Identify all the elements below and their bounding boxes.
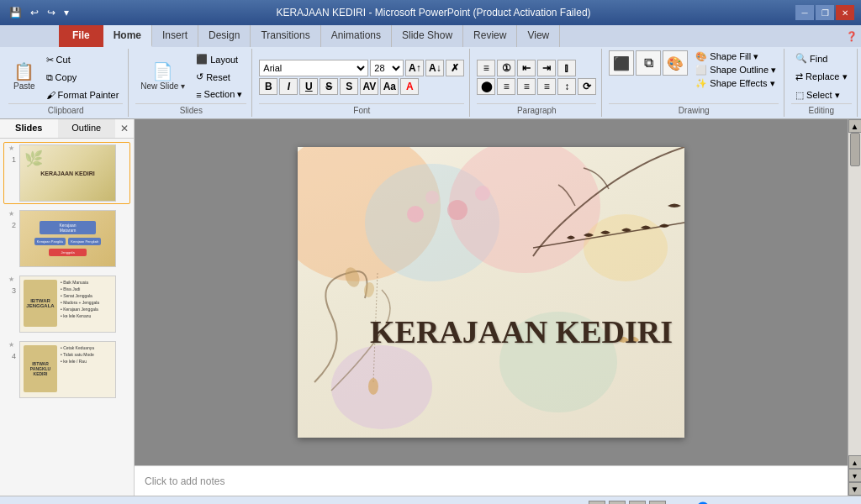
minimize-button[interactable]: ─ xyxy=(795,5,814,20)
tab-view[interactable]: View xyxy=(517,25,560,47)
customize-button[interactable]: ▾ xyxy=(61,7,71,18)
section-button[interactable]: ≡ Section ▾ xyxy=(192,87,246,102)
layout-button[interactable]: ⬛ Layout xyxy=(192,51,246,67)
shape-outline-button[interactable]: ⬜ Shape Outline ▾ xyxy=(693,64,779,76)
bullets-button[interactable]: ≡ xyxy=(477,60,495,76)
ribbon-content: 📋 Paste ✂ Cut ⧉ Copy 🖌 Format Painter Cl… xyxy=(0,47,861,118)
increase-font-button[interactable]: A↑ xyxy=(405,60,424,76)
slide-thumb-3[interactable]: ★ 3 IBTWARJENGGALA • Baik Manusia • Bisa… xyxy=(3,273,130,335)
columns-button[interactable]: ⫿ xyxy=(557,60,576,76)
align-center-button[interactable]: ≡ xyxy=(497,78,515,95)
shape-fill-button[interactable]: 🎨 Shape Fill ▾ xyxy=(693,50,779,63)
change-case-button[interactable]: Aa xyxy=(380,78,399,95)
star-icon-1: ★ xyxy=(8,144,14,152)
decrease-indent-button[interactable]: ⇤ xyxy=(517,60,536,76)
shape-effects-icon: ✨ xyxy=(695,78,707,89)
tab-file[interactable]: File xyxy=(59,25,103,47)
scroll-track[interactable] xyxy=(848,133,862,455)
increase-indent-button[interactable]: ⇥ xyxy=(537,60,556,76)
redo-button[interactable]: ↪ xyxy=(45,7,58,18)
slide-container[interactable]: KERAJAAN KEDIRI xyxy=(135,119,848,465)
restore-button[interactable]: ❐ xyxy=(816,5,834,20)
copy-button[interactable]: ⧉ Copy xyxy=(42,70,124,86)
align-right-button[interactable]: ≡ xyxy=(517,78,536,95)
scroll-down-button-2[interactable]: ▾ xyxy=(848,469,862,482)
save-button[interactable]: 💾 xyxy=(7,7,24,18)
italic-button[interactable]: I xyxy=(279,78,298,95)
slideshow-button[interactable]: ▶ xyxy=(649,501,666,505)
status-right[interactable]: ⊞ ⊟ 📖 ▶ ─ + 47% EN 7:57 AM xyxy=(589,501,854,505)
tab-review[interactable]: Review xyxy=(463,25,517,47)
outline-tab[interactable]: Outline xyxy=(58,119,116,138)
svg-point-5 xyxy=(447,200,467,220)
decrease-font-button[interactable]: A↓ xyxy=(425,60,444,76)
shape-effects-button[interactable]: ✨ Shape Effects ▾ xyxy=(693,77,779,90)
cut-button[interactable]: ✂ Cut xyxy=(42,52,124,68)
strikethrough-button[interactable]: S xyxy=(320,78,338,95)
justify-button[interactable]: ≡ xyxy=(537,78,556,95)
slide-thumb-2[interactable]: ★ 2 KerajaanMataram Kerajaan Pangklu Ker… xyxy=(3,207,130,270)
tab-slideshow[interactable]: Slide Show xyxy=(392,25,463,47)
replace-button[interactable]: ⇄ Replace ▾ xyxy=(791,69,851,85)
align-left-button[interactable]: ⬤ xyxy=(477,78,495,95)
arrange-button[interactable]: ⧉ xyxy=(636,50,661,76)
close-button[interactable]: ✕ xyxy=(836,5,854,20)
text-direction-button[interactable]: ⟳ xyxy=(578,78,596,95)
panel-tabs[interactable]: Slides Outline ✕ xyxy=(0,119,134,139)
format-painter-button[interactable]: 🖌 Format Painter xyxy=(42,87,124,102)
slide-preview-4: IBTWARPANGKLUKEDIRI • Cetak Keduanya • T… xyxy=(19,341,116,398)
svg-point-4 xyxy=(425,191,439,204)
numbering-button[interactable]: ① xyxy=(497,60,515,76)
scroll-down-button-1[interactable]: ▴ xyxy=(848,455,862,469)
shapes-button[interactable]: ⬛ xyxy=(609,50,634,76)
slides-tab[interactable]: Slides xyxy=(0,119,58,138)
window-controls[interactable]: ─ ❐ ✕ xyxy=(795,5,854,20)
reading-view-button[interactable]: 📖 xyxy=(629,501,646,505)
shadow-button[interactable]: S xyxy=(340,78,358,95)
quick-access-toolbar[interactable]: 💾 ↩ ↪ ▾ xyxy=(7,7,71,18)
undo-button[interactable]: ↩ xyxy=(28,7,41,18)
tab-home[interactable]: Home xyxy=(103,25,152,47)
line-spacing-button[interactable]: ↕ xyxy=(557,78,576,95)
help-icon[interactable]: ❓ xyxy=(846,31,858,42)
paste-button[interactable]: 📋 Paste xyxy=(8,60,40,94)
slide-sorter-button[interactable]: ⊟ xyxy=(609,501,626,505)
font-size-select[interactable]: 28 xyxy=(370,60,404,76)
slide-thumb-4[interactable]: ★ 4 IBTWARPANGKLUKEDIRI • Cetak Keduanya… xyxy=(3,339,130,401)
title-bar: 💾 ↩ ↪ ▾ KERAJAAN KEDIRI - Microsoft Powe… xyxy=(0,0,861,25)
tab-insert[interactable]: Insert xyxy=(152,25,198,47)
shape-fill-icon: 🎨 xyxy=(695,51,707,62)
tab-transitions[interactable]: Transitions xyxy=(251,25,320,47)
slide-preview-1: KERAJAAN KEDIRI 🌿 xyxy=(19,144,116,202)
slide-canvas[interactable]: KERAJAAN KEDIRI xyxy=(298,147,684,438)
tab-design[interactable]: Design xyxy=(198,25,251,47)
drawing-actions: 🎨 Shape Fill ▾ ⬜ Shape Outline ▾ ✨ Shape… xyxy=(693,50,779,90)
font-color-button[interactable]: A xyxy=(400,78,419,95)
editing-group: 🔍 Find ⇄ Replace ▾ ⬚ Select ▾ Editing xyxy=(786,49,857,117)
select-button[interactable]: ⬚ Select ▾ xyxy=(791,87,844,103)
scroll-thumb[interactable] xyxy=(850,133,860,166)
slide-title[interactable]: KERAJAAN KEDIRI xyxy=(370,313,673,350)
find-button[interactable]: 🔍 Find xyxy=(791,50,832,66)
slide-thumb-1[interactable]: ★ 1 KERAJAAN KEDIRI 🌿 xyxy=(3,142,130,204)
font-name-select[interactable]: Arial xyxy=(259,60,368,76)
new-slide-button[interactable]: 📄 New Slide ▾ xyxy=(135,60,190,94)
char-spacing-button[interactable]: AV xyxy=(360,78,378,95)
scroll-up-button[interactable]: ▲ xyxy=(848,119,862,133)
underline-button[interactable]: U xyxy=(299,78,318,95)
right-scrollbar[interactable]: ▲ ▴ ▾ ▼ xyxy=(848,119,861,496)
scroll-down-button-3[interactable]: ▼ xyxy=(848,482,862,496)
tab-animations[interactable]: Animations xyxy=(321,25,392,47)
notes-bar[interactable]: Click to add notes xyxy=(135,465,848,496)
normal-view-button[interactable]: ⊞ xyxy=(589,501,605,505)
reset-button[interactable]: ↺ Reset xyxy=(192,69,246,85)
quick-styles-button[interactable]: 🎨 xyxy=(663,50,688,76)
bold-button[interactable]: B xyxy=(259,78,277,95)
svg-point-6 xyxy=(475,186,490,201)
ribbon-tabs[interactable]: File Home Insert Design Transitions Anim… xyxy=(0,25,861,47)
paragraph-label: Paragraph xyxy=(477,103,596,115)
clear-format-button[interactable]: ✗ xyxy=(446,60,464,76)
status-bar: Slide 1 of 16 "Office Theme" English (U.… xyxy=(0,496,861,504)
panel-close-button[interactable]: ✕ xyxy=(115,119,134,138)
svg-point-8 xyxy=(368,378,378,395)
